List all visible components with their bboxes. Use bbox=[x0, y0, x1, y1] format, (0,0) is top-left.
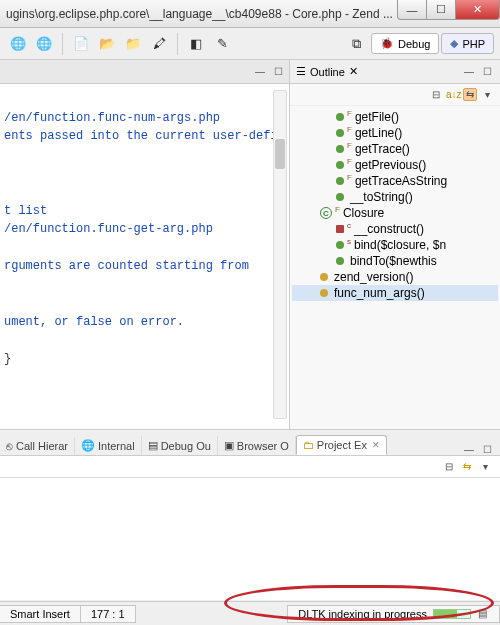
class-icon: C bbox=[320, 207, 332, 219]
maximize-view-icon[interactable]: ☐ bbox=[480, 444, 494, 455]
status-progress[interactable]: DLTK indexing in progress ▤ bbox=[287, 605, 500, 623]
perspective-php-label: PHP bbox=[462, 38, 485, 50]
outline-item-selected[interactable]: func_num_args() bbox=[292, 285, 498, 301]
code-line: rguments are counted starting from bbox=[4, 259, 249, 273]
separator bbox=[62, 33, 63, 55]
close-button[interactable]: ✕ bbox=[455, 0, 500, 20]
collapse-all-icon[interactable]: ⊟ bbox=[429, 89, 443, 100]
progress-bar bbox=[433, 609, 471, 619]
tab-debug-output[interactable]: ▤Debug Ou bbox=[142, 436, 218, 455]
main-toolbar: 🌐 🌐 📄 📂 📁 🖍 ◧ ✎ ⧉ 🐞 Debug ◆ PHP bbox=[0, 28, 500, 60]
console-icon: ▤ bbox=[148, 439, 158, 452]
minimize-view-icon[interactable]: — bbox=[462, 66, 476, 77]
minimize-view-icon[interactable]: — bbox=[462, 444, 476, 455]
toggle-mark-icon[interactable]: ◧ bbox=[184, 32, 208, 56]
status-bar: Smart Insert 177 : 1 DLTK indexing in pr… bbox=[0, 601, 500, 625]
bug-icon: 🐞 bbox=[380, 37, 394, 50]
minimize-view-icon[interactable]: — bbox=[253, 66, 267, 77]
outline-item-class[interactable]: CFClosure bbox=[292, 205, 498, 221]
maximize-button[interactable]: ☐ bbox=[426, 0, 456, 20]
globe-icon: 🌐 bbox=[81, 439, 95, 452]
method-icon bbox=[336, 193, 344, 201]
debug-run-icon[interactable]: 🌐 bbox=[6, 32, 30, 56]
editor-tab-toolbar: — ☐ bbox=[0, 60, 289, 84]
outline-item[interactable]: zend_version() bbox=[292, 269, 498, 285]
method-icon bbox=[336, 161, 344, 169]
annotation-icon[interactable]: ✎ bbox=[210, 32, 234, 56]
code-line: ents passed into the current user-defin bbox=[4, 129, 285, 143]
progress-details-icon[interactable]: ▤ bbox=[475, 608, 489, 619]
search-icon[interactable]: 🖍 bbox=[147, 32, 171, 56]
code-line: /en/function.func-num-args.php bbox=[4, 111, 220, 125]
outline-item[interactable]: FgetLine() bbox=[292, 125, 498, 141]
editor-panel: — ☐ /en/function.func-num-args.php ents … bbox=[0, 60, 290, 429]
collapse-all-icon[interactable]: ⊟ bbox=[442, 461, 456, 472]
project-explorer-toolbar: ⊟ ⇆ ▾ bbox=[0, 456, 500, 478]
hierarchy-icon: ⎋ bbox=[6, 440, 13, 452]
maximize-view-icon[interactable]: ☐ bbox=[271, 66, 285, 77]
function-icon bbox=[320, 289, 328, 297]
open-perspective-icon[interactable]: ⧉ bbox=[345, 32, 369, 56]
close-tab-icon[interactable]: ✕ bbox=[372, 440, 380, 450]
tab-call-hierarchy[interactable]: ⎋Call Hierar bbox=[0, 437, 75, 455]
code-line: } bbox=[4, 352, 11, 366]
scrollbar-thumb[interactable] bbox=[275, 139, 285, 169]
project-explorer-body[interactable] bbox=[0, 478, 500, 600]
method-icon bbox=[336, 113, 344, 121]
outline-item[interactable]: sbind($closure, $n bbox=[292, 237, 498, 253]
sort-icon[interactable]: a↓z bbox=[446, 89, 460, 100]
tab-internal[interactable]: 🌐Internal bbox=[75, 436, 142, 455]
method-icon bbox=[336, 257, 344, 265]
method-icon bbox=[336, 177, 344, 185]
outline-item[interactable]: FgetFile() bbox=[292, 109, 498, 125]
function-icon bbox=[320, 273, 328, 281]
outline-toolbar: ⊟ a↓z ⇆ ▾ bbox=[290, 84, 500, 106]
method-icon bbox=[336, 241, 344, 249]
outline-close-icon[interactable]: ✕ bbox=[349, 65, 358, 78]
maximize-view-icon[interactable]: ☐ bbox=[480, 66, 494, 77]
constructor-icon bbox=[336, 225, 344, 233]
outline-item[interactable]: FgetPrevious() bbox=[292, 157, 498, 173]
status-insert-mode: Smart Insert bbox=[0, 605, 81, 623]
outline-icon: ☰ bbox=[296, 65, 306, 78]
separator bbox=[177, 33, 178, 55]
perspective-debug[interactable]: 🐞 Debug bbox=[371, 33, 439, 54]
window-title: ugins\org.eclipse.php.core\__language__\… bbox=[6, 7, 398, 21]
tab-project-explorer[interactable]: 🗀Project Ex✕ bbox=[296, 435, 387, 455]
tab-browser-output[interactable]: ▣Browser O bbox=[218, 436, 296, 455]
open-folder-icon[interactable]: 📂 bbox=[95, 32, 119, 56]
outline-item[interactable]: FgetTraceAsString bbox=[292, 173, 498, 189]
outline-title-label: Outline bbox=[310, 66, 345, 78]
status-cursor-position: 177 : 1 bbox=[80, 605, 136, 623]
browser-icon: ▣ bbox=[224, 439, 234, 452]
folder-icon: 🗀 bbox=[303, 439, 314, 451]
code-line: ument, or false on error. bbox=[4, 315, 184, 329]
outline-header: ☰ Outline ✕ — ☐ bbox=[290, 60, 500, 84]
code-line: t list bbox=[4, 204, 47, 218]
outline-tree[interactable]: FgetFile() FgetLine() FgetTrace() FgetPr… bbox=[290, 106, 500, 429]
code-line: /en/function.func-get-arg.php bbox=[4, 222, 213, 236]
outline-item[interactable]: FgetTrace() bbox=[292, 141, 498, 157]
new-icon[interactable]: 📄 bbox=[69, 32, 93, 56]
view-menu-icon[interactable]: ▾ bbox=[480, 89, 494, 100]
outline-panel: ☰ Outline ✕ — ☐ ⊟ a↓z ⇆ ▾ FgetFile() Fge… bbox=[290, 60, 500, 429]
perspective-debug-label: Debug bbox=[398, 38, 430, 50]
outline-item[interactable]: c__construct() bbox=[292, 221, 498, 237]
php-icon: ◆ bbox=[450, 37, 458, 50]
editor-scrollbar[interactable] bbox=[273, 90, 287, 419]
minimize-button[interactable]: — bbox=[397, 0, 427, 20]
window-controls: — ☐ ✕ bbox=[398, 0, 500, 27]
window-titlebar: ugins\org.eclipse.php.core\__language__\… bbox=[0, 0, 500, 28]
code-editor[interactable]: /en/function.func-num-args.php ents pass… bbox=[0, 84, 289, 429]
views-tabstrip: ⎋Call Hierar 🌐Internal ▤Debug Ou ▣Browse… bbox=[0, 430, 500, 456]
open-type-icon[interactable]: 📁 bbox=[121, 32, 145, 56]
perspective-php[interactable]: ◆ PHP bbox=[441, 33, 494, 54]
outline-item[interactable]: __toString() bbox=[292, 189, 498, 205]
status-progress-label: DLTK indexing in progress bbox=[298, 608, 427, 620]
link-editor-icon[interactable]: ⇆ bbox=[463, 88, 477, 101]
method-icon bbox=[336, 145, 344, 153]
view-menu-icon[interactable]: ▾ bbox=[478, 461, 492, 472]
run-icon[interactable]: 🌐 bbox=[32, 32, 56, 56]
link-editor-icon[interactable]: ⇆ bbox=[460, 461, 474, 472]
outline-item[interactable]: bindTo($newthis bbox=[292, 253, 498, 269]
